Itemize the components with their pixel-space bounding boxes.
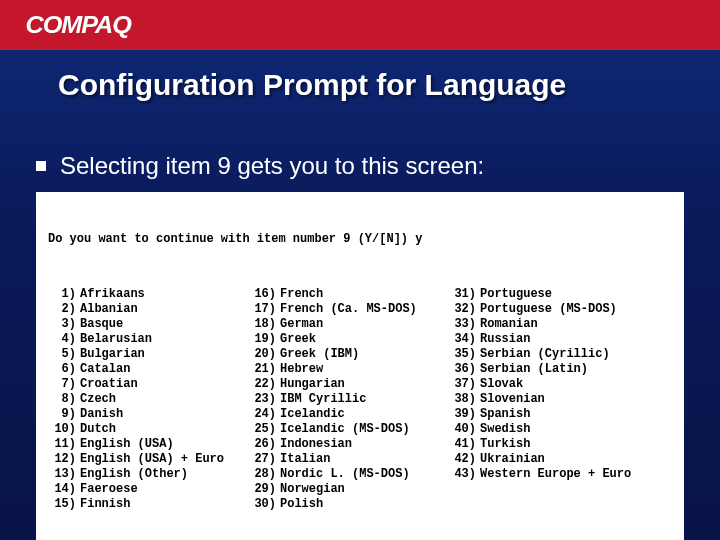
lang-name: Belarusian [80,332,152,347]
lang-name: Slovak [480,377,523,392]
lang-number: 28) [248,467,280,482]
terminal-language-cell: 19)Greek [248,332,448,347]
terminal-language-cell: 8)Czech [48,392,248,407]
lang-number [448,482,480,497]
lang-number: 4) [48,332,80,347]
terminal-language-cell: 38)Slovenian [448,392,668,407]
lang-number: 26) [248,437,280,452]
lang-number: 36) [448,362,480,377]
lang-number: 16) [248,287,280,302]
lang-number: 2) [48,302,80,317]
lang-name: French [280,287,323,302]
terminal-language-row: 7)Croatian22)Hungarian37)Slovak [48,377,672,392]
terminal-language-cell: 35)Serbian (Cyrillic) [448,347,668,362]
lang-name: Croatian [80,377,138,392]
lang-name: Slovenian [480,392,545,407]
lang-number: 43) [448,467,480,482]
lang-name: Hebrew [280,362,323,377]
lang-number: 7) [48,377,80,392]
terminal-language-cell: 24)Icelandic [248,407,448,422]
terminal-language-cell: 17)French (Ca. MS-DOS) [248,302,448,317]
terminal-language-cell: 36)Serbian (Latin) [448,362,668,377]
lang-number: 33) [448,317,480,332]
terminal-language-cell: 20)Greek (IBM) [248,347,448,362]
terminal-language-cell: 29)Norwegian [248,482,448,497]
terminal-language-row: 10)Dutch25)Icelandic (MS-DOS)40)Swedish [48,422,672,437]
lang-name: English (USA) + Euro [80,452,224,467]
terminal-language-cell: 14)Faeroese [48,482,248,497]
lang-number: 23) [248,392,280,407]
lang-number: 40) [448,422,480,437]
terminal-language-row: 8)Czech23)IBM Cyrillic38)Slovenian [48,392,672,407]
lang-name: Norwegian [280,482,345,497]
lang-name: Greek (IBM) [280,347,359,362]
terminal-language-cell: 41)Turkish [448,437,668,452]
lang-number: 25) [248,422,280,437]
terminal-language-cell: 28)Nordic L. (MS-DOS) [248,467,448,482]
lang-name: Portuguese (MS-DOS) [480,302,617,317]
terminal-language-cell: 34)Russian [448,332,668,347]
lang-name: Finnish [80,497,130,512]
lang-name: Faeroese [80,482,138,497]
lang-name: Indonesian [280,437,352,452]
lang-number: 31) [448,287,480,302]
lang-number: 34) [448,332,480,347]
lang-number: 22) [248,377,280,392]
lang-number: 5) [48,347,80,362]
terminal-language-row: 11)English (USA)26)Indonesian41)Turkish [48,437,672,452]
terminal-language-cell [448,482,668,497]
terminal-language-row: 6)Catalan21)Hebrew36)Serbian (Latin) [48,362,672,377]
lang-name: French (Ca. MS-DOS) [280,302,417,317]
terminal-language-cell: 15)Finnish [48,497,248,512]
terminal-language-cell: 21)Hebrew [248,362,448,377]
lang-number: 35) [448,347,480,362]
terminal-language-cell: 12)English (USA) + Euro [48,452,248,467]
lang-name: Romanian [480,317,538,332]
lang-number: 21) [248,362,280,377]
lang-name: Czech [80,392,116,407]
lang-number: 10) [48,422,80,437]
lang-name: Afrikaans [80,287,145,302]
terminal-language-row: 2)Albanian17)French (Ca. MS-DOS)32)Portu… [48,302,672,317]
lang-name: Hungarian [280,377,345,392]
terminal-language-row: 1)Afrikaans16)French31)Portuguese [48,287,672,302]
lang-name: Nordic L. (MS-DOS) [280,467,410,482]
compaq-logo: COMPAQ [25,11,130,39]
lang-name: Serbian (Cyrillic) [480,347,610,362]
terminal-language-row: 13)English (Other)28)Nordic L. (MS-DOS)4… [48,467,672,482]
terminal-language-cell: 31)Portuguese [448,287,668,302]
lang-number: 9) [48,407,80,422]
lang-name: IBM Cyrillic [280,392,366,407]
lang-name: Spanish [480,407,530,422]
lang-number: 18) [248,317,280,332]
lang-name: Western Europe + Euro [480,467,631,482]
terminal-language-cell: 30)Polish [248,497,448,512]
terminal-language-cell: 6)Catalan [48,362,248,377]
lang-name: Dutch [80,422,116,437]
lang-name: Icelandic [280,407,345,422]
lang-number: 17) [248,302,280,317]
lang-name: Danish [80,407,123,422]
terminal-language-cell: 1)Afrikaans [48,287,248,302]
lang-name: German [280,317,323,332]
lang-name: Swedish [480,422,530,437]
terminal-language-row: 3)Basque18)German33)Romanian [48,317,672,332]
terminal-language-row: 14)Faeroese29)Norwegian [48,482,672,497]
terminal-language-cell: 11)English (USA) [48,437,248,452]
terminal-language-cell: 7)Croatian [48,377,248,392]
lang-name: Albanian [80,302,138,317]
terminal-language-row: 9)Danish24)Icelandic39)Spanish [48,407,672,422]
terminal-language-row: 15)Finnish30)Polish [48,497,672,512]
lang-number: 37) [448,377,480,392]
terminal-language-cell: 4)Belarusian [48,332,248,347]
bullet-marker-icon [36,161,46,171]
bullet-row: Selecting item 9 gets you to this screen… [0,102,720,188]
lang-name: English (Other) [80,467,188,482]
terminal-language-cell: 22)Hungarian [248,377,448,392]
lang-number: 32) [448,302,480,317]
terminal-language-cell: 43)Western Europe + Euro [448,467,668,482]
lang-number: 1) [48,287,80,302]
terminal-language-cell: 42)Ukrainian [448,452,668,467]
bullet-text: Selecting item 9 gets you to this screen… [60,152,484,180]
lang-name: Polish [280,497,323,512]
